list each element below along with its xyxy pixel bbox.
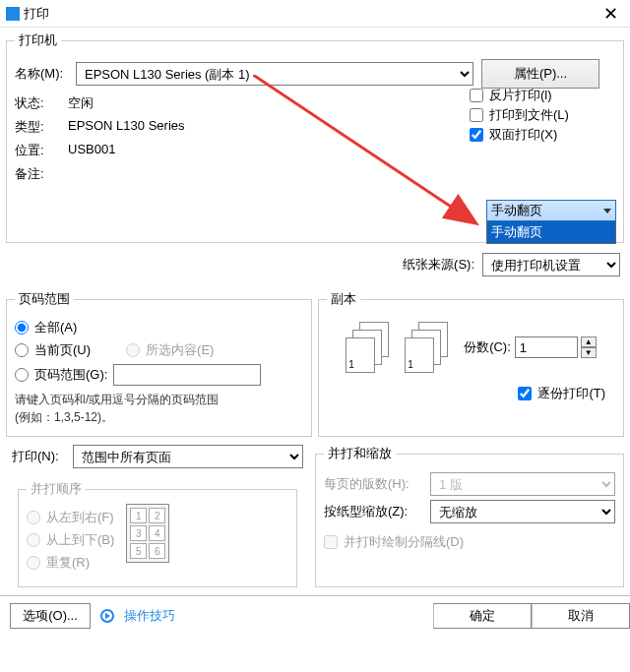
order-repeat-radio: 重复(R) [27,554,114,572]
print-order-legend: 并打顺序 [27,480,86,498]
print-what-select[interactable]: 范围中所有页面 [73,445,303,468]
paper-source-label: 纸张来源(S): [403,256,474,274]
zoom-legend: 并打和缩放 [324,445,396,462]
reverse-print-checkbox[interactable]: 反片打印(l) [470,87,613,104]
titlebar: 打印 ✕ [0,0,630,28]
order-tb-radio: 从上到下(B) [27,531,114,549]
cancel-button[interactable]: 取消 [532,603,630,629]
where-label: 位置: [15,142,68,159]
tips-link[interactable]: 操作技巧 [124,607,175,625]
printer-name-select[interactable]: EPSON L130 Series (副本 1) [76,62,473,86]
comment-label: 备注: [15,165,68,183]
app-icon [6,7,20,21]
range-pages-radio[interactable]: 页码范围(G): [15,364,303,386]
copies-legend: 副本 [327,290,360,308]
type-value: EPSON L130 Series [68,118,185,136]
manual-flip-dropdown[interactable]: 手动翻页 手动翻页 [486,200,616,244]
range-current-radio[interactable]: 当前页(U) [15,341,91,359]
close-icon[interactable]: ✕ [598,3,624,25]
print-what-label: 打印(N): [12,448,65,465]
scale-to-paper-select[interactable]: 无缩放 [430,500,615,523]
range-selection-radio: 所选内容(E) [126,341,214,359]
print-order-icon: 12 34 56 [126,504,169,563]
where-value: USB001 [68,142,115,159]
pages-per-sheet-label: 每页的版数(H): [324,475,422,493]
printer-legend: 打印机 [15,31,61,49]
page-range-group: 页码范围 全部(A) 当前页(U) 所选内容(E) 页码范围(G): 请键入页码… [6,290,312,437]
copies-group: 副本 3 2 1 3 2 1 份数(C): ▲▼ 逐份打印(T) [318,290,624,437]
collate-checkbox[interactable]: 逐份打印(T) [327,385,605,402]
print-to-file-checkbox[interactable]: 打印到文件(L) [470,106,613,124]
play-icon [100,609,114,623]
collate-icon: 3 2 1 3 2 1 份数(C): ▲▼ [327,322,615,373]
zoom-group: 并打和缩放 每页的版数(H): 1 版 按纸型缩放(Z): 无缩放 并打时绘制分… [315,445,624,587]
ok-button[interactable]: 确定 [433,603,532,629]
type-label: 类型: [15,118,68,136]
copies-count-label: 份数(C): [464,338,511,356]
duplex-checkbox[interactable]: 双面打印(X) [470,126,613,144]
printer-name-label: 名称(M): [15,65,68,83]
page-range-hint1: 请键入页码和/或用逗号分隔的页码范围 [15,391,303,408]
page-range-hint2: (例如：1,3,5-12)。 [15,408,303,426]
window-title: 打印 [24,5,49,23]
range-all-radio[interactable]: 全部(A) [15,319,303,336]
page-range-legend: 页码范围 [15,290,74,308]
manual-flip-option[interactable]: 手动翻页 [487,221,615,243]
options-button[interactable]: 选项(O)... [10,603,91,629]
chevron-down-icon [603,209,611,214]
bottom-bar: 选项(O)... 操作技巧 确定 取消 [0,595,630,635]
manual-flip-list: 手动翻页 [486,221,616,244]
copies-input[interactable] [515,336,578,358]
manual-flip-selected[interactable]: 手动翻页 [486,200,616,221]
print-order-group: 并打顺序 从左到右(F) 从上到下(B) 重复(R) 12 34 56 [18,480,297,587]
copies-spinner[interactable]: ▲▼ [581,336,597,358]
pages-input[interactable] [113,364,261,386]
status-label: 状态: [15,94,68,112]
scale-to-paper-label: 按纸型缩放(Z): [324,503,422,520]
draw-separator-checkbox: 并打时绘制分隔线(D) [324,533,615,551]
order-lr-radio: 从左到右(F) [27,509,114,526]
printer-options-column: 反片打印(l) 打印到文件(L) 双面打印(X) [470,85,613,146]
paper-source-select[interactable]: 使用打印机设置 [482,253,620,276]
pages-per-sheet-select: 1 版 [430,472,615,496]
status-value: 空闲 [68,94,94,112]
